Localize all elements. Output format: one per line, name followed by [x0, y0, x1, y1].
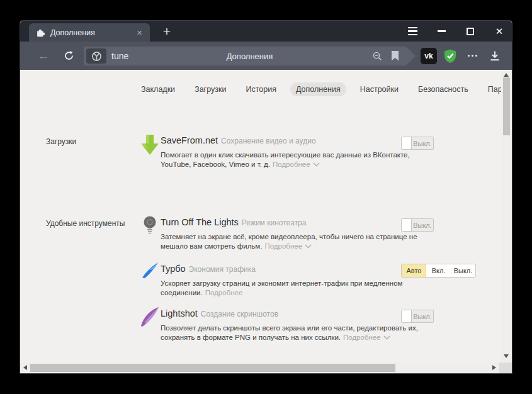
savefrom-green-arrow-icon	[139, 133, 161, 159]
savefrom-toggle[interactable]: Выкл.	[401, 137, 434, 150]
extension-name: Turn Off The Lights	[161, 217, 239, 227]
scroll-right-arrow-icon[interactable]	[492, 365, 496, 370]
nav-tab-passwords[interactable]: Пароли и карты	[482, 82, 501, 96]
page-title: Дополнения	[84, 47, 416, 65]
lightshot-feather-icon	[139, 307, 161, 332]
minimize-button[interactable]	[436, 26, 446, 37]
tab-title: Дополнения	[50, 28, 134, 37]
chevron-down-icon[interactable]	[383, 335, 390, 340]
extension-subtitle: Режим кинотеатра	[242, 218, 307, 227]
scroll-down-arrow-icon[interactable]	[504, 354, 509, 358]
toggle-knob[interactable]	[402, 137, 412, 149]
section-label-downloads: Загрузки	[46, 137, 76, 146]
turbo-option-off[interactable]: Выкл.	[451, 264, 475, 277]
extension-desc-line2: мешало вам смотреть фильм.	[161, 242, 262, 250]
extension-subtitle: Создание скриншотов	[201, 310, 278, 318]
nav-tab-extensions[interactable]: Дополнения	[290, 82, 346, 96]
turbo-mode-toggle: Авто Вкл. Выкл.	[401, 264, 476, 278]
turbo-rocket-icon	[139, 262, 161, 287]
extension-desc-line1: Ускоряет загрузку страниц и экономит инт…	[161, 279, 402, 288]
toggle-off-label: Выкл.	[412, 137, 433, 149]
downloads-button[interactable]	[487, 42, 503, 70]
extension-row-savefrom: Загрузки SaveFrom.netСохранение видео и …	[20, 132, 501, 195]
settings-page: Закладки Загрузки История Дополнения Нас…	[20, 70, 512, 373]
extension-name: Турбо	[161, 264, 186, 274]
chevron-down-icon[interactable]	[305, 244, 312, 249]
turbo-option-auto[interactable]: Авто	[402, 264, 426, 277]
chevron-down-icon[interactable]	[313, 162, 320, 167]
nav-tab-security[interactable]: Безопасность	[412, 82, 474, 96]
bookmark-icon[interactable]	[391, 51, 399, 64]
tab-strip: Дополнения × + ✕	[20, 21, 512, 42]
more-link[interactable]: Подробнее	[264, 242, 302, 250]
scrollbar-corner	[499, 363, 512, 373]
turnoffthelights-toggle[interactable]: Выкл.	[401, 218, 434, 232]
extension-desc-line2: сохранять в формате PNG и получать на ни…	[161, 334, 341, 341]
nav-tab-downloads[interactable]: Загрузки	[189, 82, 232, 96]
scroll-up-arrow-icon[interactable]	[504, 73, 509, 77]
extension-desc-line2: YouTube, Facebook, Vimeo и т. д.	[161, 160, 270, 168]
download-icon	[489, 50, 501, 62]
desktop-background: Дополнения × + ✕ ←	[0, 0, 532, 394]
extension-desc-line1: Позволяет делать скриншоты всего экрана …	[161, 324, 418, 333]
nav-tab-settings[interactable]: Настройки	[354, 82, 404, 96]
new-tab-button[interactable]: +	[156, 21, 178, 42]
window-controls: ✕	[407, 21, 504, 42]
vertical-scrollbar[interactable]	[501, 70, 512, 363]
browser-tab-extensions[interactable]: Дополнения ×	[29, 23, 150, 42]
close-window-button[interactable]: ✕	[494, 26, 504, 37]
toggle-off-label: Выкл.	[412, 310, 433, 322]
yandex-browser-icon	[91, 51, 102, 62]
toggle-knob[interactable]	[402, 310, 412, 322]
lightbulb-icon	[139, 215, 161, 240]
adguard-shield-icon[interactable]	[442, 48, 458, 64]
settings-nav: Закладки Загрузки История Дополнения Нас…	[20, 82, 501, 97]
reload-icon	[64, 50, 74, 61]
vertical-scrollbar-thumb[interactable]	[503, 77, 510, 135]
scroll-left-arrow-icon[interactable]	[23, 365, 27, 370]
extension-desc-line1: Затемняет на экране всё, кроме видеоплее…	[161, 232, 417, 242]
nav-tab-history[interactable]: История	[240, 82, 281, 96]
site-badge[interactable]	[86, 48, 106, 64]
extension-name: Lightshot	[161, 308, 198, 318]
zoom-out-icon[interactable]	[372, 51, 383, 64]
puzzle-piece-icon	[35, 28, 45, 38]
section-label-tools: Удобные инструменты	[46, 219, 125, 228]
lightshot-toggle[interactable]: Выкл.	[401, 310, 434, 323]
extension-subtitle: Сохранение видео и аудио	[221, 137, 316, 145]
more-link[interactable]: Подробнее	[343, 334, 381, 341]
horizontal-scrollbar-thumb[interactable]	[30, 364, 395, 372]
extensions-more-button[interactable]	[464, 42, 480, 70]
more-link[interactable]: Подробнее	[273, 160, 310, 168]
nav-tab-bookmarks[interactable]: Закладки	[135, 82, 181, 96]
extension-name: SaveFrom.net	[161, 135, 218, 145]
extension-row-lightshot: LightshotСоздание скриншотов Позволяет д…	[20, 305, 501, 368]
browser-window: Дополнения × + ✕ ←	[20, 21, 512, 373]
toggle-knob[interactable]	[402, 219, 412, 231]
turbo-option-on[interactable]: Вкл.	[426, 264, 451, 277]
vk-extension-button[interactable]: vk	[421, 48, 437, 64]
extension-subtitle: Экономия трафика	[189, 265, 256, 274]
maximize-button[interactable]	[465, 26, 475, 37]
back-button[interactable]: ←	[33, 42, 54, 70]
reload-button[interactable]	[58, 42, 79, 70]
tab-close-icon[interactable]: ×	[134, 28, 145, 37]
extension-desc-line1: Помогает в один клик скачивать интересую…	[161, 150, 410, 160]
more-link[interactable]: Подробнее	[205, 289, 243, 296]
address-bar[interactable]: tune Дополнения	[84, 47, 416, 65]
menu-icon[interactable]	[407, 26, 417, 37]
extension-desc-line2: соединении.	[161, 289, 203, 296]
url-text[interactable]: tune	[111, 47, 128, 65]
browser-toolbar: ← tune Дополнения	[20, 42, 512, 70]
horizontal-scrollbar[interactable]	[20, 363, 499, 373]
toggle-off-label: Выкл.	[412, 219, 433, 231]
